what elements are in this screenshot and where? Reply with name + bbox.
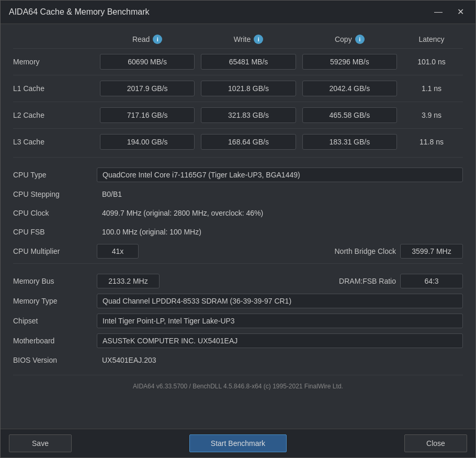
read-info-icon[interactable]: i xyxy=(153,35,162,44)
motherboard-row: Motherboard ASUSTeK COMPUTER INC. UX5401… xyxy=(13,331,463,351)
l1cache-label: L1 Cache xyxy=(13,84,97,93)
l1cache-write-value: 1021.8 GB/s xyxy=(201,81,296,96)
l2cache-read-value: 717.16 GB/s xyxy=(100,107,195,123)
dram-fsb-label: DRAM:FSB Ratio xyxy=(339,277,396,285)
l2cache-row: L2 Cache 717.16 GB/s 321.83 GB/s 465.58 … xyxy=(13,102,463,128)
cpu-clock-value: 4099.7 MHz (original: 2800 MHz, overcloc… xyxy=(97,206,268,220)
l3cache-latency-value: 11.8 ns xyxy=(400,135,463,149)
l1cache-copy-value: 2042.4 GB/s xyxy=(302,81,397,96)
chipset-row: Chipset Intel Tiger Point-LP, Intel Tige… xyxy=(13,311,463,331)
l1cache-row: L1 Cache 2017.9 GB/s 1021.8 GB/s 2042.4 … xyxy=(13,75,463,102)
cpu-multiplier-value: 41x xyxy=(97,244,139,259)
memory-type-value: Quad Channel LPDDR4-8533 SDRAM (36-39-39… xyxy=(97,294,463,308)
cpu-multiplier-left: CPU Multiplier 41x xyxy=(13,244,335,259)
north-bridge-right: North Bridge Clock 3599.7 MHz xyxy=(335,244,463,259)
l3cache-copy-value: 183.31 GB/s xyxy=(302,134,397,150)
memory-row: Memory 60690 MB/s 65481 MB/s 59296 MB/s … xyxy=(13,48,463,75)
memory-label: Memory xyxy=(13,58,97,66)
chipset-value: Intel Tiger Point-LP, Intel Tiger Lake-U… xyxy=(97,314,463,328)
cpu-fsb-row: CPU FSB 100.0 MHz (original: 100 MHz) xyxy=(13,222,463,241)
start-benchmark-button[interactable]: Start Benchmark xyxy=(189,434,287,452)
title-bar: AIDA64 Cache & Memory Benchmark — ✕ xyxy=(1,1,475,24)
memory-bus-left: Memory Bus 2133.2 MHz xyxy=(13,274,339,288)
write-info-icon[interactable]: i xyxy=(254,35,263,44)
column-headers: Read i Write i Copy i Latency xyxy=(13,35,463,44)
cpu-stepping-label: CPU Stepping xyxy=(13,190,97,198)
cpu-fsb-label: CPU FSB xyxy=(13,228,97,236)
footer-text: AIDA64 v6.33.5700 / BenchDLL 4.5.846.8-x… xyxy=(13,375,463,395)
memory-write-value: 65481 MB/s xyxy=(201,54,296,70)
main-content: Read i Write i Copy i Latency Memory 606… xyxy=(1,24,475,429)
button-bar: Save Start Benchmark Close xyxy=(1,429,475,457)
close-button[interactable]: ✕ xyxy=(454,7,467,17)
bios-value: UX5401EAJ.203 xyxy=(97,353,162,367)
l3cache-row: L3 Cache 194.00 GB/s 168.64 GB/s 183.31 … xyxy=(13,128,463,155)
cpu-stepping-value: B0/B1 xyxy=(97,187,127,201)
copy-info-icon[interactable]: i xyxy=(355,35,365,44)
memory-type-label: Memory Type xyxy=(13,297,97,305)
north-bridge-value: 3599.7 MHz xyxy=(400,244,463,259)
dram-fsb-value: 64:3 xyxy=(400,274,463,288)
dram-fsb-right: DRAM:FSB Ratio 64:3 xyxy=(339,274,463,288)
cpu-clock-label: CPU Clock xyxy=(13,209,97,217)
cpu-multiplier-label: CPU Multiplier xyxy=(13,247,97,255)
memory-bus-label: Memory Bus xyxy=(13,277,97,285)
memory-read-value: 60690 MB/s xyxy=(100,54,195,70)
cpu-type-label: CPU Type xyxy=(13,171,97,179)
cpu-clock-row: CPU Clock 4099.7 MHz (original: 2800 MHz… xyxy=(13,204,463,222)
l3cache-write-value: 168.64 GB/s xyxy=(201,134,296,150)
memory-latency-value: 101.0 ns xyxy=(400,54,463,69)
l1cache-latency-value: 1.1 ns xyxy=(400,81,463,96)
bios-label: BIOS Version xyxy=(13,356,97,364)
l3cache-read-value: 194.00 GB/s xyxy=(100,134,195,150)
copy-col-header: Copy i xyxy=(299,35,400,44)
l2cache-latency-value: 3.9 ns xyxy=(400,108,463,122)
memory-type-row: Memory Type Quad Channel LPDDR4-8533 SDR… xyxy=(13,291,463,311)
l1cache-read-value: 2017.9 GB/s xyxy=(100,81,195,96)
l2cache-write-value: 321.83 GB/s xyxy=(201,107,296,123)
l3cache-label: L3 Cache xyxy=(13,138,97,146)
latency-col-header: Latency xyxy=(400,35,463,43)
minimize-button[interactable]: — xyxy=(431,7,446,17)
save-button[interactable]: Save xyxy=(9,434,72,452)
cpu-multiplier-row: CPU Multiplier 41x North Bridge Clock 35… xyxy=(13,241,463,261)
memory-copy-value: 59296 MB/s xyxy=(302,54,397,70)
memory-bus-row: Memory Bus 2133.2 MHz DRAM:FSB Ratio 64:… xyxy=(13,271,463,291)
motherboard-label: Motherboard xyxy=(13,337,97,345)
l2cache-label: L2 Cache xyxy=(13,111,97,119)
memory-info-section: Memory Bus 2133.2 MHz DRAM:FSB Ratio 64:… xyxy=(13,263,463,370)
cpu-info-section: CPU Type QuadCore Intel Core i7-1165G7 (… xyxy=(13,157,463,261)
cpu-stepping-row: CPU Stepping B0/B1 xyxy=(13,185,463,204)
window-controls: — ✕ xyxy=(431,7,467,17)
cpu-type-row: CPU Type QuadCore Intel Core i7-1165G7 (… xyxy=(13,165,463,185)
l2cache-copy-value: 465.58 GB/s xyxy=(302,107,397,123)
main-window: AIDA64 Cache & Memory Benchmark — ✕ Read… xyxy=(0,0,476,458)
north-bridge-label: North Bridge Clock xyxy=(335,247,396,255)
write-col-header: Write i xyxy=(198,35,299,44)
window-title: AIDA64 Cache & Memory Benchmark xyxy=(9,7,150,17)
motherboard-value: ASUSTeK COMPUTER INC. UX5401EAJ xyxy=(97,333,463,348)
cpu-fsb-value: 100.0 MHz (original: 100 MHz) xyxy=(97,225,207,239)
cpu-type-value: QuadCore Intel Core i7-1165G7 (Tiger Lak… xyxy=(97,167,463,182)
chipset-label: Chipset xyxy=(13,317,97,325)
memory-bus-value: 2133.2 MHz xyxy=(97,274,160,288)
bios-version-row: BIOS Version UX5401EAJ.203 xyxy=(13,351,463,370)
close-button[interactable]: Close xyxy=(404,434,467,452)
read-col-header: Read i xyxy=(97,35,198,44)
